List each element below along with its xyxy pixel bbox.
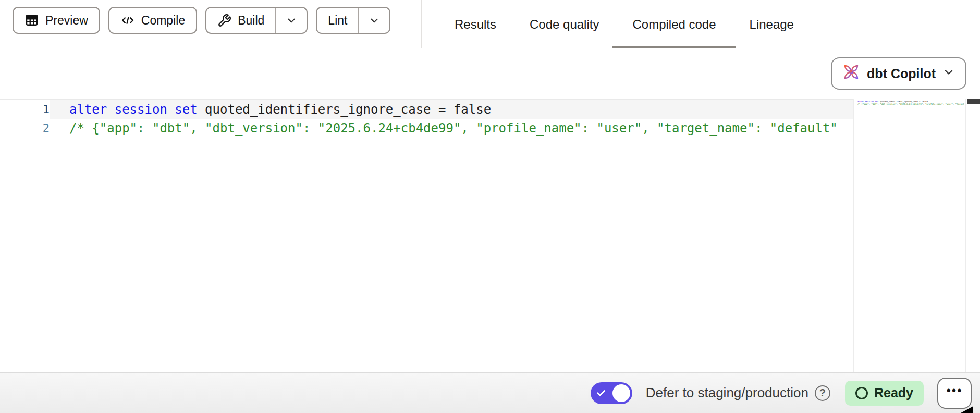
tab-strip: ResultsCode qualityCompiled codeLineage bbox=[455, 0, 794, 48]
defer-label: Defer to staging/production bbox=[646, 385, 808, 401]
status-bar: Defer to staging/production ? Ready ••• bbox=[0, 372, 980, 413]
action-toolbar: Preview Compile bbox=[13, 7, 390, 34]
code-line[interactable]: 2/* {"app": "dbt", "dbt_version": "2025.… bbox=[0, 119, 853, 138]
line-number[interactable]: 1 bbox=[0, 100, 50, 119]
toggle-knob bbox=[612, 384, 630, 402]
toolbar-tabs-divider bbox=[421, 0, 422, 48]
compile-button[interactable]: Compile bbox=[108, 7, 197, 34]
editor-scrollbar[interactable] bbox=[967, 99, 980, 372]
compile-button-label: Compile bbox=[141, 14, 185, 28]
compiled-code-editor[interactable]: 1alter session set quoted_identifiers_ig… bbox=[0, 99, 853, 372]
build-dropdown-button[interactable] bbox=[275, 8, 307, 33]
code-line[interactable]: 1alter session set quoted_identifiers_ig… bbox=[0, 100, 853, 119]
preview-button-main[interactable]: Preview bbox=[14, 8, 99, 33]
help-icon[interactable]: ? bbox=[815, 385, 830, 401]
code-lines: 1alter session set quoted_identifiers_ig… bbox=[0, 100, 853, 138]
dbt-copilot-label: dbt Copilot bbox=[867, 66, 936, 81]
chevron-down-icon bbox=[286, 15, 297, 26]
compile-button-main[interactable]: Compile bbox=[109, 8, 196, 33]
lint-button-main[interactable]: Lint bbox=[317, 8, 358, 33]
scrollbar-thumb[interactable] bbox=[967, 99, 980, 104]
circle-outline-icon bbox=[855, 387, 868, 399]
lint-button-label: Lint bbox=[328, 14, 347, 28]
wrench-icon bbox=[217, 14, 231, 28]
dbt-ide-panel: Preview Compile bbox=[0, 0, 980, 413]
editor-minimap[interactable]: alter session set quoted_identifiers_ign… bbox=[853, 99, 966, 372]
minimap-line: /* {"app": "dbt", "dbt_version": "2025.6… bbox=[858, 103, 965, 105]
build-button: Build bbox=[205, 7, 308, 34]
chevron-down-icon bbox=[369, 15, 380, 26]
ready-status-badge: Ready bbox=[845, 381, 924, 406]
tab-compiled-code[interactable]: Compiled code bbox=[632, 0, 716, 48]
dbt-logo-icon bbox=[842, 63, 860, 84]
lint-dropdown-button[interactable] bbox=[358, 8, 389, 33]
defer-toggle[interactable] bbox=[591, 382, 632, 404]
check-icon bbox=[596, 388, 606, 398]
tab-results[interactable]: Results bbox=[455, 0, 496, 48]
preview-button-label: Preview bbox=[45, 14, 88, 28]
preview-button[interactable]: Preview bbox=[13, 7, 100, 34]
lint-button: Lint bbox=[316, 7, 390, 34]
tab-lineage[interactable]: Lineage bbox=[750, 0, 794, 48]
tab-code-quality[interactable]: Code quality bbox=[530, 0, 599, 48]
ready-status-label: Ready bbox=[874, 385, 913, 400]
panel-header: Preview Compile bbox=[0, 0, 980, 99]
code-text: alter session set quoted_identifiers_ign… bbox=[50, 100, 853, 119]
line-number[interactable]: 2 bbox=[0, 119, 50, 138]
table-grid-icon bbox=[24, 13, 39, 28]
code-text: /* {"app": "dbt", "dbt_version": "2025.6… bbox=[50, 119, 853, 138]
chevron-down-icon bbox=[942, 66, 955, 81]
more-options-button[interactable]: ••• bbox=[937, 378, 972, 409]
code-brackets-icon bbox=[120, 13, 135, 28]
dbt-copilot-button[interactable]: dbt Copilot bbox=[831, 57, 966, 90]
build-button-main[interactable]: Build bbox=[206, 8, 275, 33]
build-button-label: Build bbox=[238, 14, 264, 28]
